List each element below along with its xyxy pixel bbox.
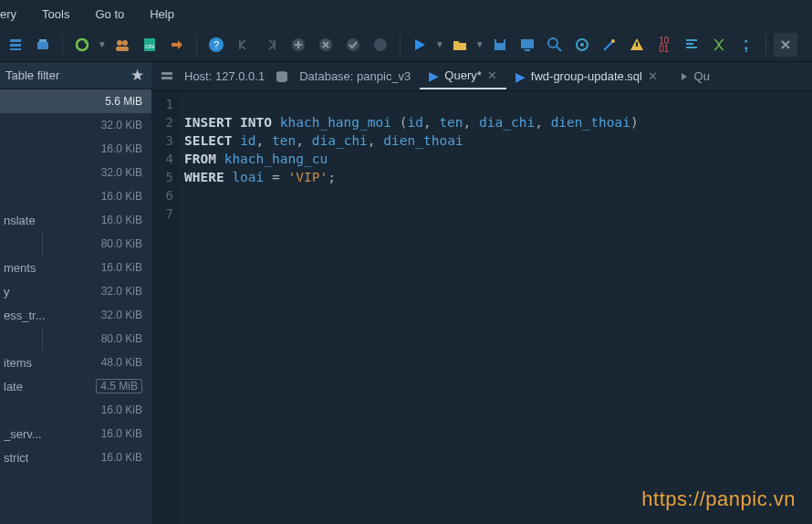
table-row[interactable]: 16.0 KiB	[0, 137, 151, 161]
table-row[interactable]: 32.0 KiB	[0, 161, 151, 184]
table-size: 16.0 KiB	[101, 261, 142, 274]
cancel-icon[interactable]	[314, 33, 338, 57]
favorite-star-icon[interactable]: ★	[130, 66, 144, 85]
svg-line-22	[557, 47, 561, 51]
search-icon[interactable]	[543, 33, 567, 57]
svg-rect-1	[10, 44, 21, 47]
csv-icon[interactable]: csv	[138, 33, 161, 57]
tab-fwd-group-update-sql[interactable]: ▶fwd-group-update.sql✕	[506, 64, 667, 89]
sidebar: Table filter ★ 5.6 MiB32.0 KiB16.0 KiB32…	[0, 62, 151, 524]
apply-icon[interactable]	[341, 33, 365, 57]
table-row[interactable]: 16.0 KiB	[0, 184, 151, 208]
table-size: 80.0 KiB	[101, 332, 142, 345]
database-label[interactable]: Database: panpic_v3	[296, 69, 414, 83]
table-name: items	[4, 356, 32, 370]
table-size: 48.0 KiB	[101, 356, 142, 369]
table-row[interactable]: strict16.0 KiB	[0, 445, 151, 469]
table-size: 32.0 KiB	[101, 285, 142, 298]
print-icon[interactable]	[31, 33, 55, 57]
table-size: 80.0 KiB	[101, 237, 142, 250]
folder-icon[interactable]	[448, 33, 472, 57]
warning-icon[interactable]	[625, 33, 649, 57]
svg-point-25	[611, 39, 615, 43]
dropdown-caret-icon[interactable]: ▼	[98, 39, 107, 49]
menu-bar: eryToolsGo toHelp	[0, 0, 812, 27]
table-row[interactable]: 80.0 KiB	[0, 232, 151, 256]
table-row[interactable]: items48.0 KiB	[0, 351, 151, 374]
monitor-icon[interactable]	[515, 33, 539, 57]
svg-rect-28	[161, 77, 172, 79]
svg-point-7	[122, 40, 128, 46]
svg-point-21	[548, 38, 557, 47]
refresh-icon[interactable]	[70, 33, 94, 57]
table-row[interactable]: 16.0 KiB	[0, 398, 151, 422]
db-connect-icon[interactable]	[4, 33, 27, 57]
table-list[interactable]: 5.6 MiB32.0 KiB16.0 KiB32.0 KiB16.0 KiBn…	[0, 89, 151, 524]
table-row[interactable]: nslate16.0 KiB	[0, 208, 151, 232]
sync-icon[interactable]	[165, 33, 189, 57]
table-row[interactable]: 32.0 KiB	[0, 113, 151, 137]
table-size: 16.0 KiB	[101, 214, 142, 226]
toolbar: ▼ csv ? ▼ ▼ 1001 ;	[0, 27, 812, 62]
gear-icon[interactable]	[570, 33, 594, 57]
table-size: 32.0 KiB	[101, 309, 142, 321]
folder-caret-icon[interactable]: ▼	[475, 39, 484, 49]
svg-point-24	[580, 43, 584, 47]
tab-label: Query*	[444, 68, 481, 82]
table-size: 32.0 KiB	[101, 166, 142, 179]
menu-help[interactable]: Help	[137, 2, 187, 26]
table-row[interactable]: _serv...16.0 KiB	[0, 422, 151, 445]
svg-point-15	[347, 38, 359, 51]
wand-icon[interactable]	[598, 33, 621, 57]
run-caret-icon[interactable]: ▼	[435, 39, 444, 49]
table-size: 32.0 KiB	[101, 119, 142, 131]
menu-goto[interactable]: Go to	[82, 2, 137, 26]
svg-rect-20	[525, 49, 530, 51]
users-icon[interactable]	[110, 33, 134, 57]
table-row[interactable]: 80.0 KiB	[0, 327, 151, 351]
table-row[interactable]: ess_tr...32.0 KiB	[0, 303, 151, 327]
table-name: ments	[4, 261, 36, 275]
close-tab-icon[interactable]: ✕	[648, 69, 658, 83]
dna-icon[interactable]	[707, 33, 731, 57]
menu-ery[interactable]: ery	[0, 2, 29, 26]
save-icon[interactable]	[488, 33, 512, 57]
tab-query-[interactable]: ▶Query*✕	[420, 64, 505, 89]
database-icon[interactable]	[274, 69, 290, 84]
host-icon[interactable]	[159, 69, 175, 84]
run-icon[interactable]	[408, 33, 432, 57]
table-name: y	[4, 285, 10, 299]
table-filter-label[interactable]: Table filter	[5, 68, 59, 82]
close-tab-icon[interactable]: ✕	[487, 68, 497, 82]
svg-rect-8	[116, 47, 129, 51]
table-row[interactable]: 5.6 MiB	[0, 89, 151, 113]
run-tab-icon: ▶	[515, 69, 526, 84]
prev-icon[interactable]	[232, 33, 255, 57]
sidebar-header: Table filter ★	[0, 62, 151, 89]
semicolon-icon[interactable]: ;	[734, 33, 758, 57]
table-size: 5.6 MiB	[105, 95, 142, 108]
svg-point-6	[117, 40, 122, 46]
svg-rect-19	[521, 39, 534, 48]
table-size: 16.0 KiB	[101, 451, 142, 464]
next-icon[interactable]	[259, 33, 283, 57]
table-row[interactable]: y32.0 KiB	[0, 279, 151, 303]
stop-icon[interactable]	[369, 33, 392, 57]
binary-icon[interactable]: 1001	[652, 33, 676, 57]
table-row[interactable]: ments16.0 KiB	[0, 256, 151, 279]
sql-editor[interactable]: INSERT INTO khach_hang_moi (id, ten, dia…	[179, 91, 812, 524]
table-row[interactable]: late4.5 MiB	[0, 374, 151, 398]
help-icon[interactable]: ?	[204, 33, 228, 57]
close-icon[interactable]	[774, 33, 797, 57]
svg-rect-0	[10, 39, 21, 42]
tab-overflow[interactable]: Qu	[672, 69, 710, 84]
indent-icon[interactable]	[680, 33, 703, 57]
svg-text:csv: csv	[145, 43, 155, 49]
menu-tools[interactable]: Tools	[29, 2, 82, 26]
host-label[interactable]: Host: 127.0.0.1	[181, 69, 268, 83]
table-name: late	[4, 380, 23, 393]
table-name: strict	[4, 451, 28, 465]
table-size: 16.0 KiB	[101, 427, 142, 440]
svg-point-5	[77, 39, 88, 50]
add-icon[interactable]	[286, 33, 310, 57]
